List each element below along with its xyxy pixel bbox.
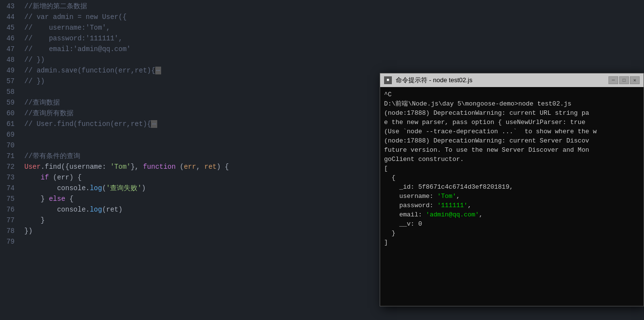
terminal-close-button[interactable]: ✕ [630,76,640,84]
line-content-43: //新增的第二条数据 [24,1,639,12]
line-num-73: 73 [0,172,24,183]
terminal-window[interactable]: ■ 命令提示符 - node test02.js ─ □ ✕ ^C D:\前端\… [380,73,644,306]
line-num-75: 75 [0,194,24,204]
line-num-74: 74 [0,183,24,194]
line-content-47: // email:'admin@qq.com' [24,44,639,54]
line-num-61: 61 [0,119,24,129]
line-num-57: 57 [0,76,24,87]
line-num-71: 71 [0,151,24,161]
line-num-60: 60 [0,108,24,119]
line-num-72: 72 [0,161,24,172]
line-num-44: 44 [0,12,24,22]
line-num-78: 78 [0,226,24,236]
line-content-45: // username:'Tom', [24,22,639,33]
line-num-59: 59 [0,97,24,108]
code-line-44: 44 // var admin = new User({ [0,12,644,22]
code-line-48: 48 // }) [0,54,644,65]
terminal-minimize-button[interactable]: ─ [608,76,618,84]
line-num-43: 43 [0,1,24,12]
terminal-body: ^C D:\前端\Node.js\day 5\mongoose-demo>nod… [380,87,644,306]
line-num-58: 58 [0,87,24,97]
code-line-47: 47 // email:'admin@qq.com' [0,44,644,54]
line-num-70: 70 [0,140,24,151]
line-content-46: // password:'111111', [24,33,639,44]
line-num-46: 46 [0,33,24,44]
line-content-44: // var admin = new User({ [24,12,639,22]
terminal-icon: ■ [384,76,392,84]
terminal-maximize-button[interactable]: □ [619,76,629,84]
terminal-titlebar: ■ 命令提示符 - node test02.js ─ □ ✕ [380,73,644,87]
line-num-76: 76 [0,204,24,215]
terminal-controls: ─ □ ✕ [608,76,640,84]
line-num-49: 49 [0,65,24,76]
line-num-69: 69 [0,129,24,140]
line-num-79: 79 [0,236,24,247]
line-num-48: 48 [0,54,24,65]
code-line-45: 45 // username:'Tom', [0,22,644,33]
line-num-77: 77 [0,215,24,226]
code-line-43: 43 //新增的第二条数据 [0,1,644,12]
line-num-47: 47 [0,44,24,54]
line-content-48: // }) [24,54,639,65]
line-num-45: 45 [0,22,24,33]
code-line-46: 46 // password:'111111', [0,33,644,44]
terminal-title: 命令提示符 - node test02.js [396,76,605,85]
